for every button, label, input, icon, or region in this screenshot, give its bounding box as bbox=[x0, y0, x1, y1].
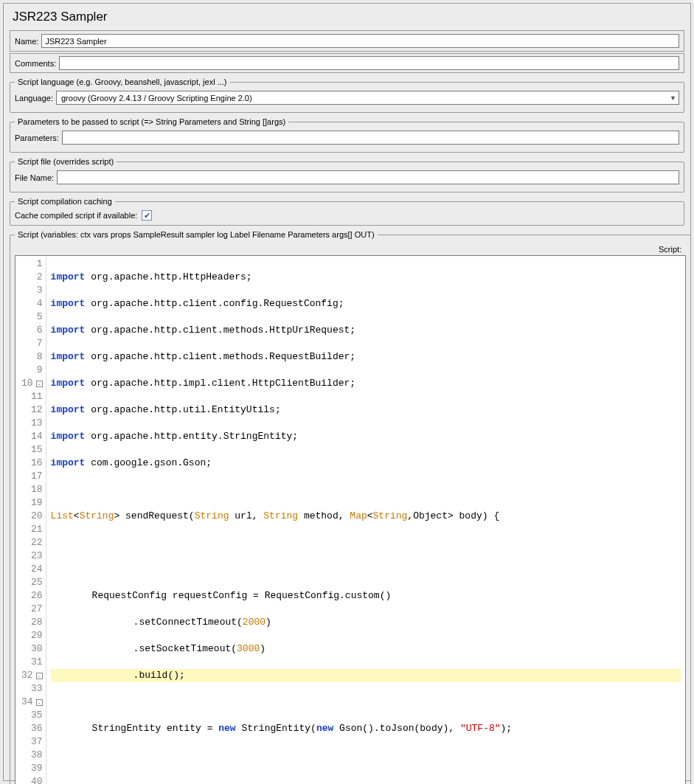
cache-section: Script compilation caching Cache compile… bbox=[10, 197, 684, 226]
line-number: 22 bbox=[21, 536, 43, 549]
line-number: 40 bbox=[21, 775, 43, 784]
script-field-label: Script: bbox=[15, 245, 681, 254]
file-name-label: File Name: bbox=[15, 173, 54, 182]
script-file-legend: Script file (overrides script) bbox=[15, 157, 117, 166]
chevron-down-icon: ▼ bbox=[670, 94, 676, 102]
line-number: 23 bbox=[21, 549, 43, 563]
parameters-label: Parameters: bbox=[15, 133, 59, 142]
line-number: 24 bbox=[21, 563, 43, 576]
line-number: 21 bbox=[21, 523, 43, 536]
fold-icon[interactable]: - bbox=[36, 381, 43, 387]
script-editor[interactable]: 12345678910-1112131415161718192021222324… bbox=[15, 255, 686, 784]
line-number: 7 bbox=[21, 337, 43, 350]
line-number: 10- bbox=[21, 377, 43, 390]
line-number: 9 bbox=[21, 364, 43, 377]
name-input[interactable] bbox=[41, 34, 679, 48]
comments-input[interactable] bbox=[59, 56, 679, 70]
comments-label: Comments: bbox=[15, 59, 56, 68]
script-legend: Script (variables: ctx vars props Sample… bbox=[15, 230, 378, 239]
line-number: 39 bbox=[21, 762, 43, 775]
line-number: 20 bbox=[21, 510, 43, 523]
parameters-section: Parameters to be passed to script (=> St… bbox=[10, 117, 684, 153]
line-number: 35 bbox=[21, 709, 43, 722]
line-number: 16 bbox=[21, 457, 43, 470]
line-number: 4 bbox=[21, 297, 43, 311]
cache-legend: Script compilation caching bbox=[15, 197, 115, 206]
line-number: 11 bbox=[21, 390, 43, 403]
line-number: 15 bbox=[21, 443, 43, 457]
language-select[interactable]: groovy (Groovy 2.4.13 / Groovy Scripting… bbox=[56, 91, 679, 105]
file-name-input[interactable] bbox=[57, 170, 679, 184]
line-number: 13 bbox=[21, 417, 43, 430]
fold-icon[interactable]: - bbox=[36, 673, 43, 679]
line-number: 33 bbox=[21, 682, 43, 695]
language-label: Language: bbox=[15, 94, 53, 103]
line-number: 26 bbox=[21, 589, 43, 603]
line-number: 34- bbox=[21, 695, 43, 709]
line-number: 18 bbox=[21, 483, 43, 496]
fold-icon[interactable]: - bbox=[36, 699, 43, 706]
line-number: 37 bbox=[21, 735, 43, 749]
name-label: Name: bbox=[15, 37, 38, 46]
line-number: 36 bbox=[21, 722, 43, 735]
line-number: 5 bbox=[21, 311, 43, 324]
line-number: 14 bbox=[21, 430, 43, 443]
language-section: Script language (e.g. Groovy, beanshell,… bbox=[10, 77, 684, 113]
line-number: 6 bbox=[21, 324, 43, 337]
language-legend: Script language (e.g. Groovy, beanshell,… bbox=[15, 77, 230, 86]
script-file-section: Script file (overrides script) File Name… bbox=[10, 157, 684, 192]
line-number: 12 bbox=[21, 403, 43, 417]
check-icon: ✔ bbox=[144, 212, 150, 220]
line-number: 8 bbox=[21, 350, 43, 364]
line-number: 30 bbox=[21, 642, 43, 656]
line-number: 25 bbox=[21, 576, 43, 589]
line-number: 32- bbox=[21, 669, 43, 682]
parameters-legend: Parameters to be passed to script (=> St… bbox=[15, 117, 288, 126]
script-section: Script (variables: ctx vars props Sample… bbox=[10, 230, 691, 784]
parameters-input[interactable] bbox=[62, 131, 679, 145]
line-number: 19 bbox=[21, 496, 43, 510]
code-area[interactable]: import import org.apache.http.HttpHeader… bbox=[46, 256, 686, 784]
line-number: 31 bbox=[21, 656, 43, 669]
line-number: 2 bbox=[21, 271, 43, 284]
page-title: JSR223 Sampler bbox=[13, 10, 684, 24]
line-number: 38 bbox=[21, 749, 43, 762]
line-number: 27 bbox=[21, 603, 43, 616]
line-number: 3 bbox=[21, 284, 43, 297]
line-number: 28 bbox=[21, 616, 43, 629]
line-number: 1 bbox=[21, 257, 43, 271]
cache-label: Cache compiled script if available: bbox=[15, 211, 137, 220]
line-number: 17 bbox=[21, 470, 43, 483]
line-number: 29 bbox=[21, 629, 43, 642]
line-number-gutter: 12345678910-1112131415161718192021222324… bbox=[15, 256, 46, 784]
language-value: groovy (Groovy 2.4.13 / Groovy Scripting… bbox=[61, 94, 252, 103]
cache-checkbox[interactable]: ✔ bbox=[142, 210, 152, 221]
